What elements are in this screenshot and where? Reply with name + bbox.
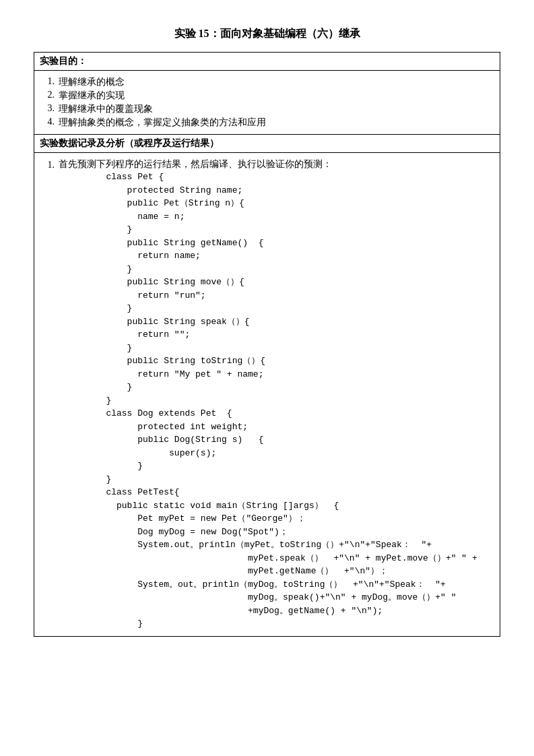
list-num-4: 4. [40, 117, 59, 129]
section2-header: 实验数据记录及分析（或程序及运行结果） [34, 135, 500, 153]
list-num-3: 3. [40, 103, 59, 115]
item1-desc: 首先预测下列程序的运行结果，然后编译、执行以验证你的预测： [59, 158, 494, 170]
page-title: 实验 15：面向对象基础编程（六）继承 [34, 27, 500, 41]
list-item-2: 2. 掌握继承的实现 [40, 90, 494, 102]
list-num-1: 1. [40, 76, 59, 88]
list-content-3: 理解继承中的覆盖现象 [59, 103, 494, 115]
data-list-item-1: 1. 首先预测下列程序的运行结果，然后编译、执行以验证你的预测： class P… [40, 158, 494, 631]
main-box: 实验目的： 1. 理解继承的概念 2. 掌握继承的实现 3. 理解继承中的覆盖现… [34, 52, 500, 637]
list-content-1: 理解继承的概念 [59, 76, 494, 88]
list-item-3: 3. 理解继承中的覆盖现象 [40, 103, 494, 115]
section1-body: 1. 理解继承的概念 2. 掌握继承的实现 3. 理解继承中的覆盖现象 4. 理… [34, 71, 500, 135]
list-content-4: 理解抽象类的概念，掌握定义抽象类的方法和应用 [59, 117, 494, 129]
list-item-1: 1. 理解继承的概念 [40, 76, 494, 88]
data-list-content-1: 首先预测下列程序的运行结果，然后编译、执行以验证你的预测： class Pet … [59, 158, 494, 631]
list-num-2: 2. [40, 90, 59, 102]
code-area: class Pet { protected String name; publi… [64, 170, 494, 631]
list-item-4: 4. 理解抽象类的概念，掌握定义抽象类的方法和应用 [40, 117, 494, 129]
section2-body: 1. 首先预测下列程序的运行结果，然后编译、执行以验证你的预测： class P… [34, 153, 500, 636]
list-content-2: 掌握继承的实现 [59, 90, 494, 102]
section1-header: 实验目的： [34, 53, 500, 71]
data-list-num-1: 1. [40, 158, 59, 170]
